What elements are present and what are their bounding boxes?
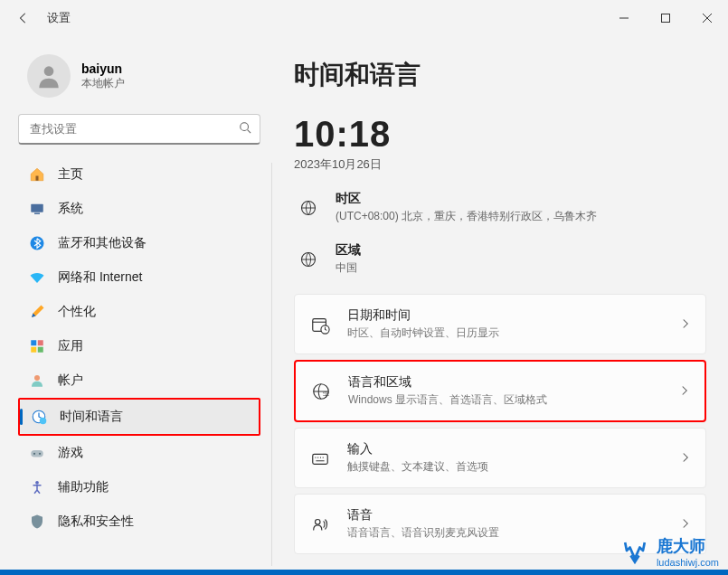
nav-label: 辅助功能 xyxy=(58,479,109,495)
nav-personalization[interactable]: 个性化 xyxy=(18,295,260,329)
card-sub: Windows 显示语言、首选语言、区域格式 xyxy=(348,392,663,408)
person-icon xyxy=(29,372,45,389)
svg-point-16 xyxy=(39,453,41,455)
card-sub: 语音语言、语音识别麦克风设置 xyxy=(347,525,664,541)
card-title: 语音 xyxy=(347,507,664,523)
svg-rect-14 xyxy=(31,450,43,457)
svg-point-17 xyxy=(35,481,39,485)
chevron-right-icon xyxy=(680,316,691,333)
nav-label: 系统 xyxy=(58,201,83,217)
nav-label: 应用 xyxy=(58,338,83,354)
nav-label: 个性化 xyxy=(58,304,96,320)
sidebar: baiyun 本地帐户 主页 系统 蓝牙和其他设备 xyxy=(0,36,271,575)
apps-icon xyxy=(29,338,45,354)
nav-accessibility[interactable]: 辅助功能 xyxy=(18,470,260,504)
svg-rect-8 xyxy=(38,340,43,345)
card-typing[interactable]: 输入 触摸键盘、文本建议、首选项 xyxy=(294,428,706,488)
current-date: 2023年10月26日 xyxy=(294,156,706,173)
home-icon xyxy=(29,166,45,183)
globe-icon xyxy=(298,250,319,269)
accessibility-icon xyxy=(29,479,45,495)
svg-point-1 xyxy=(44,66,54,76)
watermark-logo-icon xyxy=(619,539,651,564)
chevron-right-icon xyxy=(679,383,690,400)
svg-rect-24 xyxy=(313,454,328,464)
nav-label: 主页 xyxy=(58,166,83,183)
nav-privacy[interactable]: 隐私和安全性 xyxy=(18,504,260,539)
card-datetime[interactable]: 日期和时间 时区、自动时钟设置、日历显示 xyxy=(294,294,706,354)
card-sub: 触摸键盘、文本建议、首选项 xyxy=(347,459,664,475)
svg-rect-10 xyxy=(38,347,43,353)
search-input[interactable] xyxy=(18,114,260,145)
nav-label: 帐户 xyxy=(58,372,83,389)
region-value: 中国 xyxy=(336,260,361,276)
svg-rect-9 xyxy=(31,347,36,353)
taskbar-edge xyxy=(0,570,728,575)
region-label: 区域 xyxy=(336,242,361,259)
nav-label: 蓝牙和其他设备 xyxy=(58,235,147,251)
speech-icon xyxy=(309,514,331,534)
keyboard-icon xyxy=(309,448,331,468)
avatar xyxy=(27,54,71,98)
svg-rect-7 xyxy=(31,340,36,345)
svg-point-15 xyxy=(33,453,35,455)
svg-rect-3 xyxy=(36,176,39,181)
nav-apps[interactable]: 应用 xyxy=(18,329,260,363)
close-button[interactable] xyxy=(686,0,728,36)
bluetooth-icon xyxy=(29,235,45,251)
region-info: 区域 中国 xyxy=(294,242,706,276)
maximize-button[interactable] xyxy=(645,0,686,36)
nav-accounts[interactable]: 帐户 xyxy=(18,363,260,398)
nav-network[interactable]: 网络和 Internet xyxy=(18,260,260,295)
svg-rect-5 xyxy=(34,213,40,215)
chevron-right-icon xyxy=(680,450,691,467)
clock-globe-icon xyxy=(31,409,47,425)
svg-rect-4 xyxy=(31,204,43,212)
titlebar: 设置 xyxy=(0,0,728,36)
user-section[interactable]: baiyun 本地帐户 xyxy=(18,54,260,98)
calendar-clock-icon xyxy=(309,315,331,335)
globe-icon xyxy=(298,199,319,217)
nav-list: 主页 系统 蓝牙和其他设备 网络和 Internet 个性化 应用 xyxy=(18,157,260,575)
window-controls xyxy=(603,0,728,36)
nav-time-language[interactable]: 时间和语言 xyxy=(20,400,259,434)
svg-text:字: 字 xyxy=(323,390,329,398)
timezone-label: 时区 xyxy=(336,191,597,207)
search-wrap xyxy=(18,114,260,145)
wifi-icon xyxy=(29,269,45,286)
svg-point-2 xyxy=(241,123,249,131)
nav-label: 游戏 xyxy=(58,445,83,461)
nav-bluetooth[interactable]: 蓝牙和其他设备 xyxy=(18,226,260,260)
card-title: 语言和区域 xyxy=(348,374,663,391)
timezone-info: 时区 (UTC+08:00) 北京，重庆，香港特别行政区，乌鲁木齐 xyxy=(294,191,706,224)
user-name: baiyun xyxy=(81,61,125,76)
watermark: 鹿大师 ludashiwj.com xyxy=(619,535,719,568)
content: 时间和语言 10:18 2023年10月26日 时区 (UTC+08:00) 北… xyxy=(272,36,728,575)
nav-system[interactable]: 系统 xyxy=(18,192,260,226)
language-icon: 字 xyxy=(310,382,332,401)
search-icon xyxy=(239,121,251,137)
shield-icon xyxy=(29,514,45,530)
svg-point-11 xyxy=(34,375,40,381)
nav-home[interactable]: 主页 xyxy=(18,157,260,192)
watermark-name: 鹿大师 xyxy=(657,535,719,557)
back-button[interactable] xyxy=(14,9,33,27)
card-title: 日期和时间 xyxy=(347,307,664,324)
window-title: 设置 xyxy=(47,10,71,26)
nav-gaming[interactable]: 游戏 xyxy=(18,436,260,470)
card-language-region[interactable]: 字 语言和区域 Windows 显示语言、首选语言、区域格式 xyxy=(294,360,706,422)
page-title: 时间和语言 xyxy=(294,58,706,92)
svg-point-13 xyxy=(40,418,47,425)
card-sub: 时区、自动时钟设置、日历显示 xyxy=(347,325,664,341)
nav-label: 隐私和安全性 xyxy=(58,514,134,530)
card-title: 输入 xyxy=(347,441,664,457)
user-type: 本地帐户 xyxy=(81,76,125,91)
minimize-button[interactable] xyxy=(603,0,645,36)
nav-label: 时间和语言 xyxy=(60,409,123,425)
svg-rect-0 xyxy=(662,14,670,23)
watermark-url: ludashiwj.com xyxy=(657,557,719,568)
nav-label: 网络和 Internet xyxy=(58,269,142,286)
svg-point-25 xyxy=(316,519,321,524)
system-icon xyxy=(29,201,45,217)
timezone-value: (UTC+08:00) 北京，重庆，香港特别行政区，乌鲁木齐 xyxy=(336,209,597,224)
